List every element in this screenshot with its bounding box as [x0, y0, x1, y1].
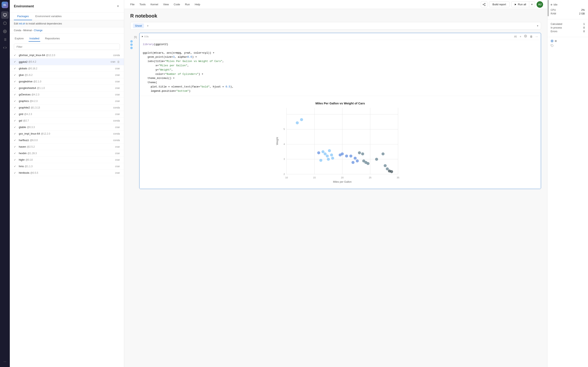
- package-row[interactable]: ✓ grid @4.2.3 cran: [10, 111, 124, 117]
- package-row[interactable]: ✓ googledrive @2.1.0 cran: [10, 78, 124, 85]
- pkg-source: cran: [115, 87, 120, 90]
- svg-point-52: [317, 151, 320, 154]
- pkg-source: cran: [115, 165, 120, 168]
- package-row[interactable]: ✓ graphite2 @1.3.13 conda: [10, 104, 124, 111]
- package-row[interactable]: ✓ hms @1.1.3 cran: [10, 163, 124, 170]
- filter-input[interactable]: [14, 44, 120, 50]
- pkg-source: conda: [113, 119, 120, 122]
- init-sh-link[interactable]: init.sh: [19, 22, 25, 25]
- filter-box: [10, 42, 124, 52]
- pkg-check: ✓: [14, 126, 17, 129]
- package-row[interactable]: ✓ ggplot2 @3.4.2 cran 🗑: [10, 58, 124, 65]
- package-row[interactable]: ✓ glue @1.6.2 cran: [10, 72, 124, 78]
- menu-code[interactable]: Code: [172, 2, 182, 7]
- build-report-button[interactable]: Build report: [489, 1, 509, 7]
- pkg-version: @1.28.3: [27, 152, 37, 155]
- package-row[interactable]: ✓ grDevices @4.2.3 cran: [10, 91, 124, 98]
- more-cell-button[interactable]: ···: [535, 34, 539, 39]
- svg-point-43: [296, 121, 299, 124]
- svg-point-66: [381, 152, 385, 155]
- pkg-name: grDevices: [19, 93, 31, 96]
- menu-bar: File Tools Kernel View Code Run Help Bui…: [124, 0, 547, 9]
- pkg-delete-button[interactable]: 🗑: [117, 60, 120, 63]
- menu-view[interactable]: View: [161, 2, 171, 7]
- cpu-row: CPU 2%: [551, 8, 585, 11]
- share-button[interactable]: [481, 1, 487, 8]
- cell-indicator-2[interactable]: [130, 43, 137, 46]
- menu-help[interactable]: Help: [193, 2, 202, 7]
- package-row[interactable]: ✓ gsl @2.7 conda: [10, 117, 124, 124]
- pkg-source: cran: [115, 171, 120, 174]
- pkg-source: cran: [115, 113, 120, 116]
- pkg-version: @0.16.2: [28, 67, 37, 70]
- settings-icon[interactable]: [1, 28, 9, 35]
- delete-cell-button[interactable]: 🗑: [529, 34, 534, 39]
- svg-rect-83: [552, 41, 553, 42]
- add-cell-button[interactable]: +: [519, 34, 522, 39]
- pkg-check: ✓: [14, 145, 17, 148]
- pkg-name: gxx_impl_linux-64: [19, 132, 40, 135]
- pkg-version: @2.5.2: [27, 145, 35, 148]
- add-sheet-button[interactable]: +: [146, 24, 150, 28]
- sub-tab-repositories[interactable]: Repositories: [44, 36, 61, 42]
- svg-text:Weight: Weight: [276, 137, 279, 145]
- pkg-check: ✓: [14, 74, 17, 76]
- svg-point-50: [331, 157, 334, 160]
- sheet-tab[interactable]: Sheet: [133, 24, 144, 28]
- cpu-status-icon-row[interactable]: ⊞: [551, 40, 585, 42]
- package-row[interactable]: ✓ gxx_impl_linux-64 @12.2.0 conda: [10, 131, 124, 137]
- pkg-version: @4.2.3: [30, 100, 38, 103]
- pkg-source: cran: [115, 74, 120, 76]
- close-button[interactable]: ×: [116, 3, 120, 9]
- pkg-source: cran: [115, 152, 120, 155]
- run-dropdown-button[interactable]: ▾: [529, 1, 535, 7]
- avatar[interactable]: AJ: [536, 1, 543, 8]
- code-area[interactable]: library(ggplot2) ggplot(mtcars, aes(x=mp…: [139, 40, 541, 96]
- tab-packages[interactable]: Packages: [14, 13, 32, 20]
- packages-icon[interactable]: [1, 11, 9, 19]
- package-row[interactable]: ✓ harfbuzz @6.0.0 conda: [10, 137, 124, 143]
- more-icon[interactable]: ···: [1, 358, 9, 365]
- list-icon[interactable]: [1, 36, 9, 43]
- package-row[interactable]: ✓ gtable @0.3.3 cran: [10, 124, 124, 131]
- package-row[interactable]: ✓ globals @0.16.2 cran: [10, 65, 124, 72]
- pkg-name: gsl: [19, 119, 22, 122]
- settings-cell-button[interactable]: [523, 34, 528, 39]
- side-panel-tabs: Packages Environment variables: [10, 13, 124, 20]
- ai-button[interactable]: AI: [513, 34, 518, 39]
- cell-run-button[interactable]: 0.0s: [141, 35, 149, 38]
- package-row[interactable]: ✓ htmltools @0.5.5 cran: [10, 170, 124, 176]
- pkg-source: cran: [115, 100, 120, 103]
- notebook-area: R notebook Sheet + ▾ [5]: [124, 9, 547, 367]
- code-icon[interactable]: [1, 44, 9, 51]
- sub-tab-installed[interactable]: Installed: [29, 36, 40, 42]
- sheet-dropdown[interactable]: ▾: [537, 24, 538, 27]
- package-row[interactable]: ✓ hexbin @1.28.3 cran: [10, 150, 124, 157]
- change-conda-link[interactable]: Change: [34, 29, 43, 32]
- svg-marker-19: [142, 36, 143, 37]
- svg-point-42: [300, 118, 303, 121]
- cell-indicator-1[interactable]: [130, 40, 137, 43]
- refresh-icon-row[interactable]: [551, 44, 585, 47]
- menu-tools[interactable]: Tools: [138, 2, 148, 7]
- app-logo[interactable]: DL: [2, 2, 8, 8]
- package-row[interactable]: ✓ graphics @4.2.3 cran: [10, 98, 124, 104]
- menu-kernel[interactable]: Kernel: [148, 2, 160, 7]
- package-row[interactable]: ✓ highr @0.10 cran: [10, 157, 124, 163]
- package-row[interactable]: ✓ haven @2.5.2 cran: [10, 143, 124, 150]
- cell-body: 0.0s AI + 🗑 ··· library(ggplot2) ggplot(…: [139, 33, 541, 189]
- package-row[interactable]: ✓ gfortran_impl_linux-64 @12.2.0 conda: [10, 52, 124, 58]
- tab-env-variables[interactable]: Environment variables: [32, 13, 65, 20]
- package-row[interactable]: ✓ googlesheets4 @1.1.0 cran: [10, 85, 124, 91]
- menu-file[interactable]: File: [128, 2, 137, 7]
- menu-run[interactable]: Run: [183, 2, 192, 7]
- alerts-icon[interactable]: [1, 20, 9, 27]
- run-all-button[interactable]: Run all: [511, 1, 529, 7]
- sub-tab-explore[interactable]: Explore: [14, 36, 25, 42]
- pkg-version: @0.3.3: [27, 126, 35, 129]
- idle-dot: [551, 4, 552, 6]
- status-idle: Idle: [551, 3, 585, 6]
- cell-indicator-3[interactable]: [130, 47, 137, 49]
- pkg-source: cran: [115, 93, 120, 96]
- svg-point-70: [390, 170, 393, 173]
